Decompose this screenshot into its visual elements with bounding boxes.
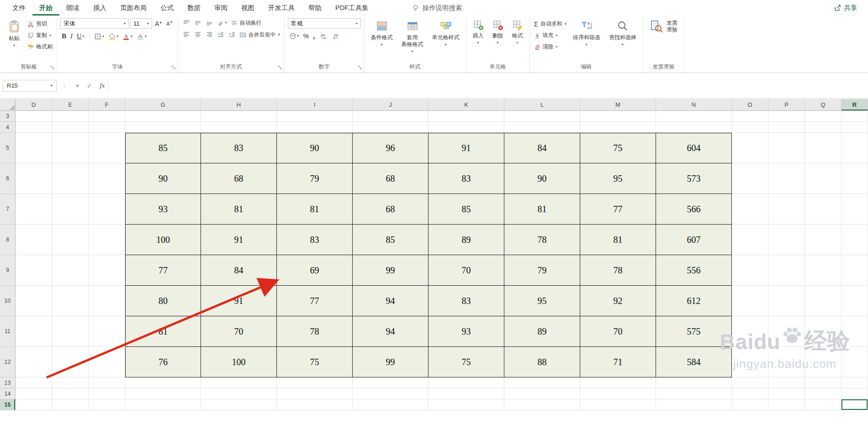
number-dialog-launcher[interactable]: [358, 65, 362, 70]
cell-G6[interactable]: 90: [125, 163, 201, 194]
cell-G15[interactable]: [125, 399, 201, 410]
cell-O5[interactable]: [732, 133, 768, 163]
cell-Q11[interactable]: [805, 316, 842, 347]
cell-F7[interactable]: [89, 194, 125, 225]
conditional-formatting-button[interactable]: 条件格式 ▾: [368, 18, 396, 48]
cell-J5[interactable]: 96: [353, 133, 429, 163]
cell-L12[interactable]: 88: [504, 347, 580, 377]
format-as-table-button[interactable]: 套用表格格式 ▾: [398, 18, 427, 55]
cell-K9[interactable]: 70: [429, 255, 504, 286]
cell-F11[interactable]: [89, 316, 125, 347]
cell-O8[interactable]: [732, 225, 768, 255]
decrease-indent-button[interactable]: [216, 30, 226, 39]
column-header-P[interactable]: P: [768, 99, 805, 111]
cell-J6[interactable]: 68: [353, 163, 429, 194]
cell-I11[interactable]: 78: [277, 316, 353, 347]
menu-tab-文件[interactable]: 文件: [5, 0, 32, 16]
cell-J10[interactable]: 94: [353, 286, 429, 316]
cell-I7[interactable]: 81: [277, 194, 353, 225]
row-header-3[interactable]: 3: [0, 111, 16, 122]
formula-input[interactable]: [108, 80, 868, 92]
cell-E7[interactable]: [52, 194, 89, 225]
row-header-10[interactable]: 10: [0, 286, 16, 316]
cell-O4[interactable]: [732, 122, 768, 133]
column-header-O[interactable]: O: [732, 99, 768, 111]
cell-E8[interactable]: [52, 225, 89, 255]
cell-O13[interactable]: [732, 377, 768, 388]
comma-style-button[interactable]: ,: [312, 33, 316, 39]
cell-R12[interactable]: [842, 347, 868, 377]
cell-E13[interactable]: [52, 377, 89, 388]
menu-tab-审阅[interactable]: 审阅: [207, 0, 234, 16]
cell-O6[interactable]: [732, 163, 768, 194]
cell-P12[interactable]: [768, 347, 805, 377]
cell-G4[interactable]: [125, 122, 201, 133]
cell-I6[interactable]: 79: [277, 163, 353, 194]
menu-tab-帮助[interactable]: 帮助: [302, 0, 328, 16]
menu-tab-公式[interactable]: 公式: [153, 0, 180, 16]
align-bottom-button[interactable]: [204, 18, 214, 27]
column-header-I[interactable]: I: [277, 99, 353, 111]
row-header-15[interactable]: 15: [0, 399, 16, 410]
cell-P13[interactable]: [768, 377, 805, 388]
cell-L11[interactable]: 89: [504, 316, 580, 347]
cell-H15[interactable]: [201, 399, 277, 410]
cell-J7[interactable]: 68: [353, 194, 429, 225]
enter-icon[interactable]: ✓: [87, 82, 93, 90]
cell-Q6[interactable]: [805, 163, 842, 194]
cell-N3[interactable]: [656, 111, 732, 122]
cell-D3[interactable]: [16, 111, 52, 122]
cell-N8[interactable]: 607: [656, 225, 732, 255]
cell-E11[interactable]: [52, 316, 89, 347]
font-name-combo[interactable]: 宋体 ▾: [60, 18, 129, 29]
cell-F6[interactable]: [89, 163, 125, 194]
cell-G7[interactable]: 93: [125, 194, 201, 225]
cell-K10[interactable]: 83: [429, 286, 504, 316]
cell-F8[interactable]: [89, 225, 125, 255]
delete-cells-button[interactable]: 删除 ▾: [489, 18, 507, 46]
cell-J15[interactable]: [353, 399, 429, 410]
cell-L9[interactable]: 79: [504, 255, 580, 286]
bold-button[interactable]: B: [60, 31, 68, 41]
cell-R13[interactable]: [842, 377, 868, 388]
cell-H7[interactable]: 81: [201, 194, 277, 225]
column-header-Q[interactable]: Q: [805, 99, 842, 111]
cell-O9[interactable]: [732, 255, 768, 286]
font-dialog-launcher[interactable]: [171, 65, 176, 70]
name-box-dropdown-arrow-icon[interactable]: ▾: [51, 84, 53, 88]
paste-button[interactable]: 粘贴 ▾: [4, 18, 24, 49]
cell-L14[interactable]: [504, 388, 580, 399]
share-button[interactable]: 共享: [823, 0, 868, 16]
cell-Q5[interactable]: [805, 133, 842, 163]
cell-I10[interactable]: 77: [277, 286, 353, 316]
cell-Q12[interactable]: [805, 347, 842, 377]
align-center-button[interactable]: [193, 30, 203, 39]
cell-L5[interactable]: 84: [504, 133, 580, 163]
cell-M6[interactable]: 95: [580, 163, 656, 194]
cell-N13[interactable]: [656, 377, 732, 388]
format-painter-button[interactable]: 格式刷: [26, 42, 53, 51]
cell-N5[interactable]: 604: [656, 133, 732, 163]
cell-I4[interactable]: [277, 122, 353, 133]
cell-R15[interactable]: [842, 399, 868, 410]
increase-font-size-button[interactable]: A▲: [153, 20, 164, 28]
cell-Q7[interactable]: [805, 194, 842, 225]
cell-D15[interactable]: [16, 399, 52, 410]
cell-G8[interactable]: 100: [125, 225, 201, 255]
cell-K13[interactable]: [429, 377, 504, 388]
borders-button[interactable]: ▾: [93, 32, 106, 41]
cell-E10[interactable]: [52, 286, 89, 316]
cell-F9[interactable]: [89, 255, 125, 286]
cell-L13[interactable]: [504, 377, 580, 388]
cell-G14[interactable]: [125, 388, 201, 399]
cell-D4[interactable]: [16, 122, 52, 133]
fill-button[interactable]: 填充 ▾: [533, 31, 567, 40]
format-cells-button[interactable]: 格式 ▾: [509, 18, 526, 46]
cell-K14[interactable]: [429, 388, 504, 399]
increase-indent-button[interactable]: [227, 30, 237, 39]
cell-M15[interactable]: [580, 399, 656, 410]
invoice-check-button[interactable]: 发票查验: [646, 18, 681, 35]
cell-I12[interactable]: 75: [277, 347, 353, 377]
cell-R14[interactable]: [842, 388, 868, 399]
cell-P10[interactable]: [768, 286, 805, 316]
